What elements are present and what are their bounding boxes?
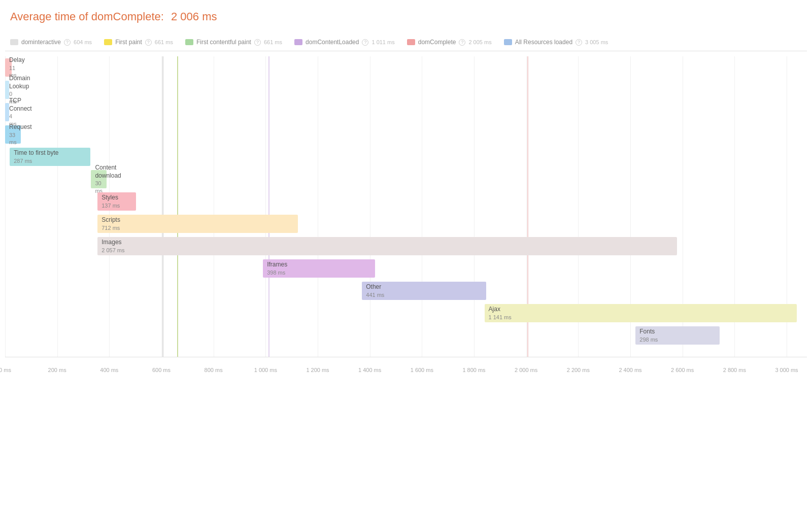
x-tick-2: 400 ms xyxy=(100,367,118,373)
x-tick-10: 2 000 ms xyxy=(515,367,537,373)
legend-value-domcontentloaded: 1 011 ms xyxy=(371,39,394,45)
x-tick-15: 3 000 ms xyxy=(775,367,798,373)
bar-name-scripts: Scripts xyxy=(101,216,298,224)
x-axis: 0 ms200 ms400 ms600 ms800 ms1 000 ms1 20… xyxy=(5,357,807,375)
bar-fonts: Fonts298 ms xyxy=(635,326,719,345)
bar-request: Request33 ms xyxy=(5,125,21,144)
bar-name-delay: Delay xyxy=(9,56,12,64)
x-tick-12: 2 400 ms xyxy=(619,367,641,373)
legend-swatch-dominteractive xyxy=(10,39,18,45)
chart-area: Delay11 msDomain Lookup0 msTCP Connect4 … xyxy=(5,51,807,375)
guideline-1 xyxy=(57,56,58,357)
legend-label-dominteractive: dominteractive xyxy=(21,39,61,46)
bar-duration-other: 441 ms xyxy=(366,291,486,298)
bar-duration-ajax: 1 141 ms xyxy=(489,314,797,321)
legend-help-allresources[interactable]: ? xyxy=(576,39,582,46)
x-tick-6: 1 200 ms xyxy=(306,367,329,373)
milestone-line-dominteractive xyxy=(162,56,163,357)
legend-swatch-firstcontentfulpaint xyxy=(185,39,193,45)
x-tick-13: 2 600 ms xyxy=(671,367,694,373)
bar-name-other: Other xyxy=(366,283,486,291)
x-tick-4: 800 ms xyxy=(205,367,223,373)
legend-value-firstpaint: 661 ms xyxy=(155,39,173,45)
bar-timetofirstbyte: Time to first byte287 ms xyxy=(10,148,90,166)
bar-contentdownload: Content download30 ms xyxy=(91,170,107,188)
legend: dominteractive ? 604 ms First paint ? 66… xyxy=(5,33,807,51)
legend-help-firstpaint[interactable]: ? xyxy=(145,39,152,46)
title-prefix: Average time of domComplete: xyxy=(10,10,164,23)
legend-label-domcomplete: domComplete xyxy=(418,39,456,46)
bar-name-styles: Styles xyxy=(101,194,136,202)
bar-duration-styles: 137 ms xyxy=(101,202,136,209)
bar-name-request: Request xyxy=(9,123,21,131)
bar-duration-images: 2 057 ms xyxy=(101,247,677,254)
chart-body: Delay11 msDomain Lookup0 msTCP Connect4 … xyxy=(5,51,807,375)
legend-swatch-firstpaint xyxy=(104,39,112,45)
legend-swatch-domcontentloaded xyxy=(294,39,302,45)
legend-label-firstpaint: First paint xyxy=(115,39,142,46)
bar-duration-iframes: 398 ms xyxy=(267,269,375,276)
legend-swatch-allresources xyxy=(504,39,512,45)
x-tick-9: 1 800 ms xyxy=(462,367,485,373)
bar-name-fonts: Fonts xyxy=(639,328,719,336)
bar-domainlookup: Domain Lookup0 ms xyxy=(5,81,9,99)
bar-scripts: Scripts712 ms xyxy=(97,215,298,233)
bar-duration-fonts: 298 ms xyxy=(639,336,719,343)
bar-ajax: Ajax1 141 ms xyxy=(485,304,797,322)
bar-name-iframes: Iframes xyxy=(267,261,375,269)
legend-item-domcomplete: domComplete ? 2 005 ms xyxy=(407,39,492,46)
x-tick-14: 2 800 ms xyxy=(723,367,746,373)
legend-item-firstpaint: First paint ? 661 ms xyxy=(104,39,173,46)
guideline-9 xyxy=(474,56,475,357)
bar-name-ajax: Ajax xyxy=(489,306,797,314)
legend-item-domcontentloaded: domContentLoaded ? 1 011 ms xyxy=(294,39,395,46)
legend-help-firstcontentfulpaint[interactable]: ? xyxy=(254,39,261,46)
x-tick-8: 1 600 ms xyxy=(411,367,433,373)
milestone-line-domcontentloaded xyxy=(268,56,269,357)
legend-help-domcomplete[interactable]: ? xyxy=(459,39,465,46)
legend-label-firstcontentfulpaint: First contentful paint xyxy=(196,39,251,46)
legend-label-allresources: All Resources loaded xyxy=(515,39,572,46)
bar-delay: Delay11 ms xyxy=(5,58,12,77)
guideline-5 xyxy=(265,56,266,357)
x-tick-11: 2 200 ms xyxy=(567,367,590,373)
legend-item-firstcontentfulpaint: First contentful paint ? 661 ms xyxy=(185,39,282,46)
legend-help-dominteractive[interactable]: ? xyxy=(64,39,71,46)
legend-swatch-domcomplete xyxy=(407,39,415,45)
bar-name-contentdownload: Content download xyxy=(95,164,107,180)
legend-help-domcontentloaded[interactable]: ? xyxy=(362,39,368,46)
x-tick-7: 1 400 ms xyxy=(358,367,381,373)
legend-item-dominteractive: dominteractive ? 604 ms xyxy=(10,39,92,46)
guideline-8 xyxy=(422,56,422,357)
guideline-6 xyxy=(318,56,318,357)
bar-name-images: Images xyxy=(101,239,677,247)
bar-duration-scripts: 712 ms xyxy=(101,224,298,231)
bar-duration-timetofirstbyte: 287 ms xyxy=(14,157,90,164)
legend-value-domcomplete: 2 005 ms xyxy=(468,39,491,45)
x-tick-1: 200 ms xyxy=(48,367,66,373)
guideline-0 xyxy=(5,56,6,357)
x-tick-0: 0 ms xyxy=(0,367,11,373)
milestone-line-firstcontentfulpaint xyxy=(177,56,178,357)
x-tick-3: 600 ms xyxy=(152,367,171,373)
legend-item-allresources: All Resources loaded ? 3 005 ms xyxy=(504,39,608,46)
x-tick-5: 1 000 ms xyxy=(254,367,277,373)
guideline-3 xyxy=(161,56,162,357)
bar-other: Other441 ms xyxy=(362,282,486,300)
legend-value-dominteractive: 604 ms xyxy=(74,39,92,45)
guideline-4 xyxy=(214,56,214,357)
bar-images: Images2 057 ms xyxy=(97,237,677,255)
bar-duration-request: 33 ms xyxy=(9,131,21,146)
guideline-7 xyxy=(370,56,370,357)
legend-value-firstcontentfulpaint: 661 ms xyxy=(264,39,282,45)
bar-styles: Styles137 ms xyxy=(97,192,136,211)
legend-value-allresources: 3 005 ms xyxy=(585,39,608,45)
bar-name-timetofirstbyte: Time to first byte xyxy=(14,149,90,157)
bar-tcpconnect: TCP Connect4 ms xyxy=(5,103,9,121)
page-title: Average time of domComplete: 2 006 ms xyxy=(5,10,807,23)
title-value: 2 006 ms xyxy=(171,10,217,23)
bar-iframes: Iframes398 ms xyxy=(263,259,375,278)
legend-label-domcontentloaded: domContentLoaded xyxy=(306,39,359,46)
